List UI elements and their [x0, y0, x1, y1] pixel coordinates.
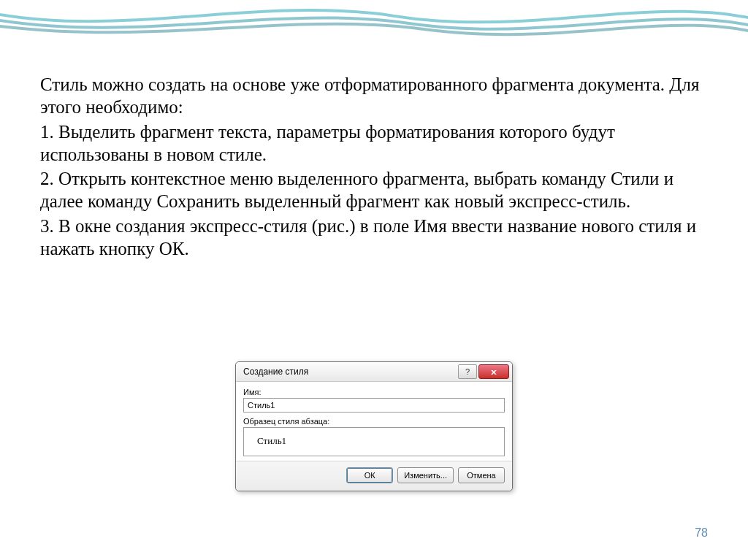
name-label: Имя: — [243, 388, 505, 396]
ok-button[interactable]: ОК — [346, 467, 393, 483]
close-icon: x — [491, 367, 497, 376]
create-style-dialog: Создание стиля ? x Имя: Образец стиля аб… — [235, 361, 513, 491]
paragraph-step1: 1. Выделить фрагмент текста, параметры ф… — [40, 120, 712, 166]
dialog-body: Имя: Образец стиля абзаца: Стиль1 — [236, 382, 512, 461]
style-name-input[interactable] — [243, 398, 505, 413]
modify-button[interactable]: Изменить... — [397, 467, 454, 483]
style-preview-text: Стиль1 — [257, 435, 286, 446]
decorative-wave — [0, 0, 748, 44]
preview-label: Образец стиля абзаца: — [243, 417, 505, 426]
help-button[interactable]: ? — [458, 364, 477, 379]
page-number: 78 — [695, 526, 708, 540]
help-icon: ? — [465, 367, 470, 376]
dialog-button-bar: ОК Изменить... Отмена — [236, 461, 512, 491]
dialog-titlebar: Создание стиля ? x — [236, 362, 512, 382]
close-button[interactable]: x — [478, 364, 509, 379]
dialog-title: Создание стиля — [243, 367, 457, 377]
slide: Стиль можно создать на основе уже отформ… — [0, 0, 748, 560]
cancel-button[interactable]: Отмена — [458, 467, 505, 483]
dialog-screenshot: Создание стиля ? x Имя: Образец стиля аб… — [235, 361, 513, 491]
paragraph-step3: 3. В окне создания экспресс-стиля (рис.)… — [40, 215, 712, 261]
style-preview-box: Стиль1 — [243, 427, 505, 456]
content-block: Стиль можно создать на основе уже отформ… — [40, 73, 712, 261]
paragraph-intro: Стиль можно создать на основе уже отформ… — [40, 73, 712, 119]
paragraph-step2: 2. Открыть контекстное меню выделенного … — [40, 167, 712, 213]
